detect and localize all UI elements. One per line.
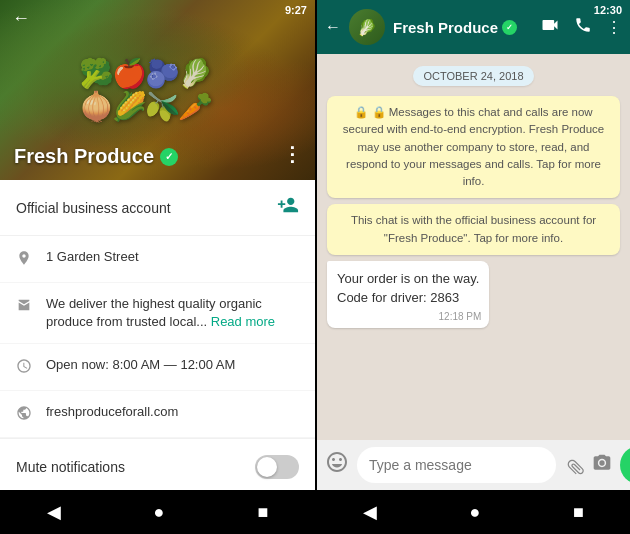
right-status-time: 12:30 [594, 4, 622, 16]
info-section: 1 Garden Street We deliver the highest q… [0, 236, 315, 439]
svg-point-0 [599, 460, 604, 465]
official-business-row: Official business account [0, 180, 315, 236]
check-icon: ✓ [165, 151, 173, 162]
message-text: Your order is on the way.Code for driver… [337, 271, 479, 306]
add-contact-button[interactable] [277, 194, 299, 221]
right-recents-nav-icon[interactable]: ■ [573, 502, 584, 523]
home-nav-icon[interactable]: ● [154, 502, 165, 523]
profile-hero-image: ← 9:27 Fresh Produce ✓ ⋮ [0, 0, 315, 180]
message-input[interactable] [357, 447, 556, 483]
encryption-notice[interactable]: 🔒 🔒 Messages to this chat and calls are … [327, 96, 620, 198]
avatar-emoji: 🥬 [357, 18, 377, 37]
chat-header: ← 🥬 Fresh Produce ✓ [317, 0, 630, 54]
attach-button[interactable] [558, 449, 590, 481]
location-item: 1 Garden Street [0, 236, 315, 283]
left-nav-bar: ◀ ● ■ [0, 490, 315, 534]
right-panel: ← 🥬 Fresh Produce ✓ [317, 0, 630, 534]
message-timestamp: 12:18 PM [439, 309, 482, 324]
contact-name-row: Fresh Produce ✓ [393, 19, 532, 36]
date-chip: OCTOBER 24, 2018 [413, 66, 533, 86]
official-message-text: This chat is with the official business … [351, 214, 596, 243]
overflow-menu-button[interactable]: ⋮ [282, 142, 303, 166]
settings-section: Mute notifications Custom notifications [0, 439, 315, 490]
profile-name-section: Fresh Produce ✓ [14, 145, 178, 168]
profile-content: Official business account 1 Garden Stree… [0, 180, 315, 490]
verified-badge: ✓ [160, 148, 178, 166]
contact-info[interactable]: Fresh Produce ✓ [393, 19, 532, 36]
camera-button[interactable] [592, 453, 612, 478]
system-message-text: 🔒 Messages to this chat and calls are no… [343, 106, 604, 187]
official-account-notice[interactable]: This chat is with the official business … [327, 204, 620, 255]
right-header-wrapper: ← 🥬 Fresh Produce ✓ [317, 0, 630, 54]
header-actions: ⋮ [540, 15, 622, 39]
description-item: We deliver the highest quality organic p… [0, 283, 315, 344]
website-item[interactable]: freshproduceforall.com [0, 391, 315, 438]
hours-item: Open now: 8:00 AM — 12:00 AM [0, 344, 315, 391]
chat-message-bubble: Your order is on the way.Code for driver… [327, 261, 489, 328]
location-text: 1 Garden Street [46, 248, 139, 266]
globe-icon [16, 405, 32, 425]
mic-button[interactable] [620, 446, 630, 484]
phone-call-button[interactable] [574, 16, 592, 38]
official-business-label: Official business account [16, 200, 171, 216]
back-nav-icon[interactable]: ◀ [47, 501, 61, 523]
chat-back-button[interactable]: ← [325, 18, 341, 36]
chat-verified-badge: ✓ [502, 20, 517, 35]
mute-toggle[interactable] [255, 455, 299, 479]
video-call-button[interactable] [540, 15, 560, 39]
overflow-menu-icon[interactable]: ⋮ [606, 18, 622, 37]
mute-notifications-row[interactable]: Mute notifications [0, 439, 315, 490]
right-nav-bar: ◀ ● ■ [317, 490, 630, 534]
emoji-picker-button[interactable] [325, 450, 349, 480]
left-top-bar: ← [0, 0, 315, 33]
chat-body: OCTOBER 24, 2018 🔒 🔒 Messages to this ch… [317, 54, 630, 440]
lock-icon: 🔒 [354, 106, 368, 118]
mute-label: Mute notifications [16, 459, 125, 475]
contact-avatar[interactable]: 🥬 [349, 9, 385, 45]
recents-nav-icon[interactable]: ■ [258, 502, 269, 523]
store-icon [16, 297, 32, 317]
left-panel: ← 9:27 Fresh Produce ✓ ⋮ Official busine… [0, 0, 315, 534]
read-more-link[interactable]: Read more [211, 314, 275, 329]
website-link[interactable]: freshproduceforall.com [46, 403, 178, 421]
profile-name: Fresh Produce [14, 145, 154, 168]
location-icon [16, 250, 32, 270]
right-back-nav-icon[interactable]: ◀ [363, 501, 377, 523]
hours-text: Open now: 8:00 AM — 12:00 AM [46, 356, 235, 374]
back-button[interactable]: ← [12, 8, 30, 29]
right-home-nav-icon[interactable]: ● [470, 502, 481, 523]
message-input-bar [317, 440, 630, 490]
contact-name: Fresh Produce [393, 19, 498, 36]
description-text: We deliver the highest quality organic p… [46, 295, 299, 331]
clock-icon [16, 358, 32, 378]
